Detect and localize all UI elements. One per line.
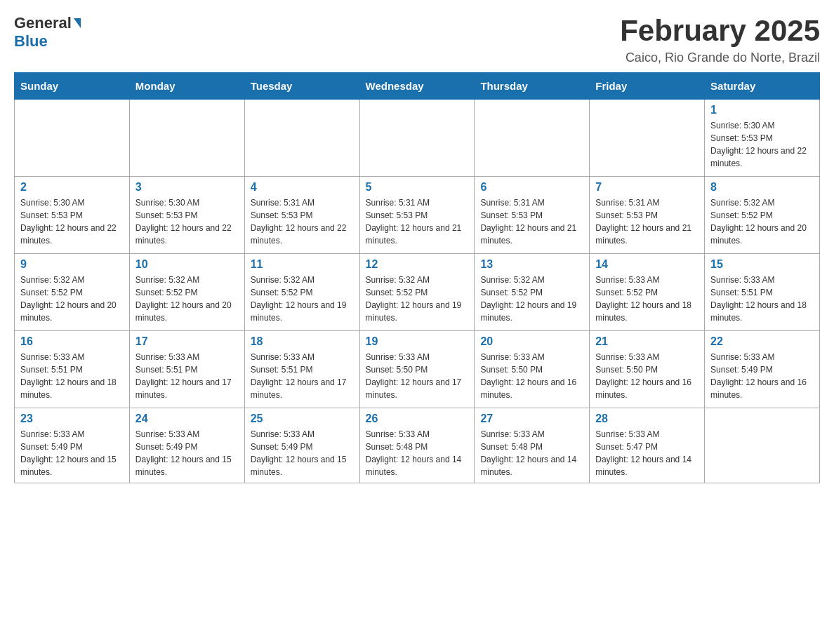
day-detail: Sunrise: 5:30 AMSunset: 5:53 PMDaylight:… — [135, 196, 239, 247]
day-detail: Sunrise: 5:31 AMSunset: 5:53 PMDaylight:… — [366, 196, 469, 247]
calendar-cell — [129, 100, 244, 177]
calendar-cell: 27Sunrise: 5:33 AMSunset: 5:48 PMDayligh… — [475, 408, 590, 483]
calendar-cell: 8Sunrise: 5:32 AMSunset: 5:52 PMDaylight… — [705, 177, 820, 254]
day-detail: Sunrise: 5:31 AMSunset: 5:53 PMDaylight:… — [480, 196, 583, 247]
day-number: 20 — [480, 335, 583, 348]
calendar-cell — [475, 100, 590, 177]
day-number: 2 — [20, 181, 124, 194]
calendar-week-5: 23Sunrise: 5:33 AMSunset: 5:49 PMDayligh… — [15, 408, 820, 483]
calendar-cell: 3Sunrise: 5:30 AMSunset: 5:53 PMDaylight… — [129, 177, 244, 254]
calendar-cell: 15Sunrise: 5:33 AMSunset: 5:51 PMDayligh… — [705, 254, 820, 331]
day-number: 18 — [251, 335, 354, 348]
day-number: 15 — [710, 258, 814, 271]
day-number: 1 — [710, 104, 814, 116]
day-number: 5 — [366, 181, 469, 194]
day-number: 27 — [480, 412, 583, 425]
calendar-cell: 9Sunrise: 5:32 AMSunset: 5:52 PMDaylight… — [15, 254, 130, 331]
day-detail: Sunrise: 5:33 AMSunset: 5:49 PMDaylight:… — [135, 428, 239, 478]
logo-blue-text: Blue — [14, 32, 48, 51]
day-detail: Sunrise: 5:33 AMSunset: 5:51 PMDaylight:… — [710, 274, 814, 324]
day-detail: Sunrise: 5:32 AMSunset: 5:52 PMDaylight:… — [20, 274, 124, 324]
day-detail: Sunrise: 5:33 AMSunset: 5:51 PMDaylight:… — [135, 351, 239, 401]
calendar-cell: 16Sunrise: 5:33 AMSunset: 5:51 PMDayligh… — [15, 331, 130, 408]
calendar-cell: 20Sunrise: 5:33 AMSunset: 5:50 PMDayligh… — [475, 331, 590, 408]
day-detail: Sunrise: 5:32 AMSunset: 5:52 PMDaylight:… — [710, 196, 814, 247]
day-detail: Sunrise: 5:33 AMSunset: 5:49 PMDaylight:… — [710, 351, 814, 401]
day-detail: Sunrise: 5:32 AMSunset: 5:52 PMDaylight:… — [251, 274, 354, 324]
calendar-cell: 23Sunrise: 5:33 AMSunset: 5:49 PMDayligh… — [15, 408, 130, 483]
day-detail: Sunrise: 5:33 AMSunset: 5:50 PMDaylight:… — [480, 351, 583, 401]
calendar-cell: 12Sunrise: 5:32 AMSunset: 5:52 PMDayligh… — [359, 254, 475, 331]
weekday-header-wednesday: Wednesday — [359, 73, 475, 100]
calendar-body: 1Sunrise: 5:30 AMSunset: 5:53 PMDaylight… — [15, 100, 820, 483]
calendar-week-2: 2Sunrise: 5:30 AMSunset: 5:53 PMDaylight… — [15, 177, 820, 254]
page-header: General Blue February 2025 Caico, Rio Gr… — [14, 14, 820, 65]
day-number: 8 — [710, 181, 814, 194]
calendar-cell: 5Sunrise: 5:31 AMSunset: 5:53 PMDaylight… — [359, 177, 475, 254]
day-number: 7 — [595, 181, 699, 194]
day-detail: Sunrise: 5:33 AMSunset: 5:48 PMDaylight:… — [366, 428, 469, 478]
day-number: 25 — [251, 412, 354, 425]
calendar-cell: 25Sunrise: 5:33 AMSunset: 5:49 PMDayligh… — [244, 408, 359, 483]
day-number: 4 — [251, 181, 354, 194]
day-detail: Sunrise: 5:33 AMSunset: 5:50 PMDaylight:… — [366, 351, 469, 401]
day-detail: Sunrise: 5:32 AMSunset: 5:52 PMDaylight:… — [480, 274, 583, 324]
day-number: 28 — [595, 412, 699, 425]
month-title: February 2025 — [620, 14, 820, 48]
day-detail: Sunrise: 5:33 AMSunset: 5:48 PMDaylight:… — [480, 428, 583, 478]
calendar-cell: 2Sunrise: 5:30 AMSunset: 5:53 PMDaylight… — [15, 177, 130, 254]
calendar-cell: 11Sunrise: 5:32 AMSunset: 5:52 PMDayligh… — [244, 254, 359, 331]
weekday-header-friday: Friday — [590, 73, 705, 100]
day-number: 9 — [20, 258, 124, 271]
day-detail: Sunrise: 5:30 AMSunset: 5:53 PMDaylight:… — [20, 196, 124, 247]
day-number: 16 — [20, 335, 124, 348]
logo: General Blue — [14, 14, 81, 51]
day-detail: Sunrise: 5:31 AMSunset: 5:53 PMDaylight:… — [595, 196, 699, 247]
calendar-cell — [359, 100, 475, 177]
day-number: 24 — [135, 412, 239, 425]
calendar-cell: 26Sunrise: 5:33 AMSunset: 5:48 PMDayligh… — [359, 408, 475, 483]
title-block: February 2025 Caico, Rio Grande do Norte… — [620, 14, 820, 65]
calendar-table: SundayMondayTuesdayWednesdayThursdayFrid… — [14, 72, 820, 483]
logo-general-text: General — [14, 14, 72, 32]
calendar-cell: 24Sunrise: 5:33 AMSunset: 5:49 PMDayligh… — [129, 408, 244, 483]
calendar-cell: 6Sunrise: 5:31 AMSunset: 5:53 PMDaylight… — [475, 177, 590, 254]
calendar-cell: 22Sunrise: 5:33 AMSunset: 5:49 PMDayligh… — [705, 331, 820, 408]
day-detail: Sunrise: 5:33 AMSunset: 5:47 PMDaylight:… — [595, 428, 699, 478]
day-number: 14 — [595, 258, 699, 271]
day-detail: Sunrise: 5:31 AMSunset: 5:53 PMDaylight:… — [251, 196, 354, 247]
weekday-header-saturday: Saturday — [705, 73, 820, 100]
calendar-cell: 18Sunrise: 5:33 AMSunset: 5:51 PMDayligh… — [244, 331, 359, 408]
day-number: 17 — [135, 335, 239, 348]
calendar-cell: 28Sunrise: 5:33 AMSunset: 5:47 PMDayligh… — [590, 408, 705, 483]
day-number: 12 — [366, 258, 469, 271]
calendar-cell: 13Sunrise: 5:32 AMSunset: 5:52 PMDayligh… — [475, 254, 590, 331]
day-detail: Sunrise: 5:30 AMSunset: 5:53 PMDaylight:… — [710, 119, 814, 170]
weekday-header-sunday: Sunday — [15, 73, 130, 100]
day-detail: Sunrise: 5:33 AMSunset: 5:52 PMDaylight:… — [595, 274, 699, 324]
day-number: 26 — [366, 412, 469, 425]
day-number: 23 — [20, 412, 124, 425]
weekday-header-tuesday: Tuesday — [244, 73, 359, 100]
calendar-cell: 10Sunrise: 5:32 AMSunset: 5:52 PMDayligh… — [129, 254, 244, 331]
day-detail: Sunrise: 5:32 AMSunset: 5:52 PMDaylight:… — [366, 274, 469, 324]
calendar-cell: 19Sunrise: 5:33 AMSunset: 5:50 PMDayligh… — [359, 331, 475, 408]
weekday-header-thursday: Thursday — [475, 73, 590, 100]
day-number: 13 — [480, 258, 583, 271]
calendar-cell: 7Sunrise: 5:31 AMSunset: 5:53 PMDaylight… — [590, 177, 705, 254]
calendar-cell: 21Sunrise: 5:33 AMSunset: 5:50 PMDayligh… — [590, 331, 705, 408]
day-number: 10 — [135, 258, 239, 271]
day-detail: Sunrise: 5:33 AMSunset: 5:49 PMDaylight:… — [20, 428, 124, 478]
calendar-cell — [590, 100, 705, 177]
calendar-cell: 1Sunrise: 5:30 AMSunset: 5:53 PMDaylight… — [705, 100, 820, 177]
day-detail: Sunrise: 5:33 AMSunset: 5:50 PMDaylight:… — [595, 351, 699, 401]
logo-triangle-icon — [74, 18, 81, 28]
weekday-header-monday: Monday — [129, 73, 244, 100]
day-number: 21 — [595, 335, 699, 348]
day-detail: Sunrise: 5:32 AMSunset: 5:52 PMDaylight:… — [135, 274, 239, 324]
calendar-cell — [15, 100, 130, 177]
calendar-week-4: 16Sunrise: 5:33 AMSunset: 5:51 PMDayligh… — [15, 331, 820, 408]
day-detail: Sunrise: 5:33 AMSunset: 5:51 PMDaylight:… — [20, 351, 124, 401]
calendar-header: SundayMondayTuesdayWednesdayThursdayFrid… — [15, 73, 820, 100]
calendar-cell: 14Sunrise: 5:33 AMSunset: 5:52 PMDayligh… — [590, 254, 705, 331]
